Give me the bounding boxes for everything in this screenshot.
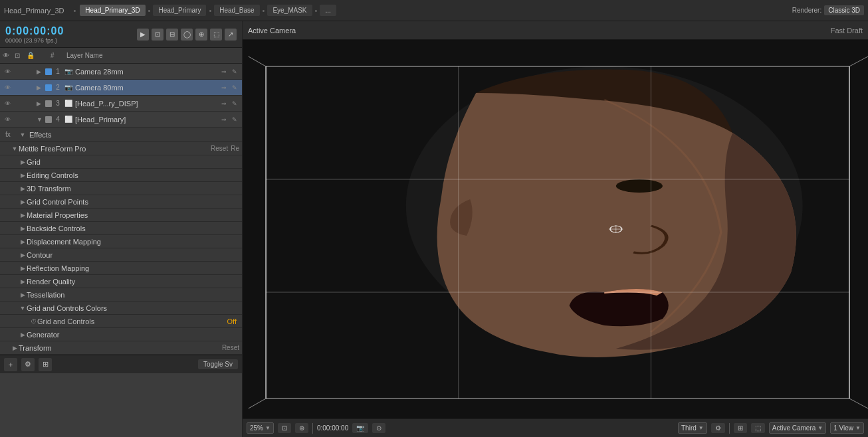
- item-displacement-mapping[interactable]: ▶ Displacement Mapping: [0, 235, 242, 248]
- item-grid-control-points[interactable]: ▶ Grid Control Points: [0, 195, 242, 209]
- third-label: Third: [681, 424, 697, 432]
- viewport-canvas: [243, 40, 868, 418]
- third-settings-btn[interactable]: ⚙: [711, 423, 725, 433]
- third-dropdown[interactable]: Third ▼: [678, 422, 707, 434]
- layer-2-edit[interactable]: ✎: [230, 83, 239, 92]
- effects-expand[interactable]: ▼: [19, 131, 27, 138]
- layer-3-eye[interactable]: 👁: [3, 99, 12, 108]
- timeline-icon-7[interactable]: ↗: [225, 29, 237, 41]
- reflection-label: Reflection Mapping: [27, 264, 239, 272]
- gear-btn[interactable]: ⊞: [39, 358, 52, 371]
- view-layout-dropdown[interactable]: 1 View ▼: [830, 422, 864, 434]
- layer-3-actions: ⇒ ✎: [219, 99, 239, 108]
- prop-grid-controls[interactable]: ⏱ Grid and Controls Off: [0, 315, 242, 328]
- reflection-expand[interactable]: ▶: [19, 265, 27, 272]
- layer-1-link[interactable]: ⇒: [219, 67, 229, 76]
- tab-eye-mask[interactable]: Eye_MASK: [267, 5, 312, 16]
- item-backside-controls[interactable]: ▶ Backside Controls: [0, 222, 242, 235]
- layer-4-edit[interactable]: ✎: [230, 115, 239, 124]
- layer-4-eye[interactable]: 👁: [3, 115, 12, 124]
- 3d-transform-expand[interactable]: ▶: [19, 185, 27, 192]
- layer-2-eye[interactable]: 👁: [3, 83, 12, 92]
- scene-options-btn[interactable]: ⊙: [372, 423, 385, 433]
- generator-expand[interactable]: ▶: [19, 331, 27, 338]
- displacement-expand[interactable]: ▶: [19, 238, 27, 245]
- layer-3-edit[interactable]: ✎: [230, 99, 239, 108]
- tab-head-primary-3d[interactable]: Head_Primary_3D: [80, 5, 145, 16]
- timeline-icon-2[interactable]: ⊡: [152, 29, 163, 41]
- 3d-transform-label: 3D Transform: [27, 185, 239, 193]
- freeform-reset[interactable]: Reset: [211, 145, 228, 152]
- item-material-props[interactable]: ▶ Material Properties: [0, 209, 242, 222]
- timeline-icon-5[interactable]: ⊕: [195, 29, 207, 41]
- item-render-quality[interactable]: ▶ Render Quality: [0, 275, 242, 288]
- item-3d-transform[interactable]: ▶ 3D Transform: [0, 182, 242, 195]
- transform-expand[interactable]: ▶: [11, 345, 19, 351]
- settings-btn[interactable]: ⚙: [21, 358, 35, 371]
- layer-row-1[interactable]: 👁 ▶ 1 📷 Camera 28mm ⇒ ✎: [0, 64, 242, 80]
- item-editing-controls[interactable]: ▶ Editing Controls: [0, 169, 242, 182]
- tessellation-label: Tessellation: [27, 291, 239, 299]
- layer-row-3[interactable]: 👁 ▶ 3 ⬜ [Head_P...ry_DISP] ⇒ ✎: [0, 96, 242, 112]
- item-tessellation[interactable]: ▶ Tessellation: [0, 288, 242, 302]
- layer-row-2[interactable]: 👁 ▶ 2 📷 Camera 80mm ⇒ ✎: [0, 80, 242, 96]
- grid-colors-expand[interactable]: ▼: [19, 305, 27, 311]
- layer-4-expand[interactable]: ▼: [37, 116, 43, 123]
- timeline-icon-4[interactable]: ◯: [181, 29, 193, 41]
- add-layer-btn[interactable]: +: [4, 358, 17, 371]
- plugin-freeform-pro[interactable]: ▼ Mettle FreeForm Pro Reset Re: [0, 142, 242, 155]
- active-camera-dropdown[interactable]: Active Camera ▼: [769, 422, 827, 434]
- layer-2-link[interactable]: ⇒: [219, 83, 229, 92]
- timeline-icon-1[interactable]: ▶: [137, 29, 149, 41]
- third-dropdown-arrow: ▼: [699, 425, 704, 431]
- item-transform[interactable]: ▶ Transform Reset: [0, 341, 242, 355]
- backside-label: Backside Controls: [27, 224, 239, 232]
- item-grid[interactable]: ▶ Grid: [0, 155, 242, 169]
- tab-head-base[interactable]: Head_Base: [214, 5, 259, 16]
- item-generator[interactable]: ▶ Generator: [0, 328, 242, 341]
- item-reflection-mapping[interactable]: ▶ Reflection Mapping: [0, 262, 242, 275]
- item-grid-controls-colors[interactable]: ▼ Grid and Controls Colors: [0, 302, 242, 315]
- layer-3-num: 3: [54, 100, 62, 107]
- tab-more[interactable]: ...: [320, 5, 336, 16]
- tab-head-primary[interactable]: Head_Primary: [153, 5, 206, 16]
- layer-3-expand[interactable]: ▶: [37, 100, 43, 107]
- grid-controls-prop-label: Grid and Controls: [37, 317, 219, 325]
- transform-reset[interactable]: Reset: [222, 344, 239, 351]
- vp-timecode: 0:00:00:00: [317, 424, 348, 432]
- layer-header: 👁 ⊡ 🔒 # Layer Name: [0, 48, 242, 64]
- item-contour[interactable]: ▶ Contour: [0, 248, 242, 262]
- freeform-expand[interactable]: ▼: [11, 145, 19, 152]
- contour-expand[interactable]: ▶: [19, 252, 27, 258]
- backside-expand[interactable]: ▶: [19, 225, 27, 232]
- timeline-icon-3[interactable]: ⊟: [166, 29, 178, 41]
- layer-1-expand[interactable]: ▶: [37, 68, 43, 75]
- freeform-re[interactable]: Re: [231, 145, 239, 152]
- view-options-btn[interactable]: ⊕: [295, 423, 308, 433]
- renderer-value[interactable]: Classic 3D: [824, 5, 864, 15]
- grid-expand[interactable]: ▶: [19, 159, 27, 165]
- grid-controls-prop-value[interactable]: Off: [219, 317, 239, 325]
- layer-1-eye[interactable]: 👁: [3, 67, 12, 76]
- layer-4-link[interactable]: ⇒: [219, 115, 229, 124]
- grid-control-expand[interactable]: ▶: [19, 199, 27, 205]
- editing-controls-expand[interactable]: ▶: [19, 172, 27, 179]
- material-expand[interactable]: ▶: [19, 212, 27, 218]
- render-quality-expand[interactable]: ▶: [19, 278, 27, 285]
- timeline-icon-6[interactable]: ⬚: [210, 29, 222, 41]
- view-mode-btn[interactable]: ⬚: [751, 423, 765, 433]
- layer-2-expand[interactable]: ▶: [37, 84, 43, 91]
- active-camera-header-label: Active Camera: [248, 27, 296, 35]
- fit-view-btn[interactable]: ⊡: [278, 423, 291, 433]
- layer-row-4[interactable]: 👁 ▼ 4 ⬜ [Head_Primary] ⇒ ✎: [0, 112, 242, 128]
- grid-view-btn[interactable]: ⊞: [734, 423, 747, 433]
- layer-1-edit[interactable]: ✎: [230, 67, 239, 76]
- toggle-sv-btn[interactable]: Toggle Sv: [198, 359, 238, 369]
- project-title: Head_Primary_3D: [4, 7, 64, 15]
- camera-btn[interactable]: 📷: [352, 423, 368, 433]
- layer-3-link[interactable]: ⇒: [219, 99, 229, 108]
- zoom-dropdown[interactable]: 25% ▼: [247, 422, 274, 434]
- col-layer-name: Layer Name: [66, 52, 239, 59]
- tessellation-expand[interactable]: ▶: [19, 292, 27, 298]
- top-bar: Head_Primary_3D • Head_Primary_3D • Head…: [0, 0, 868, 21]
